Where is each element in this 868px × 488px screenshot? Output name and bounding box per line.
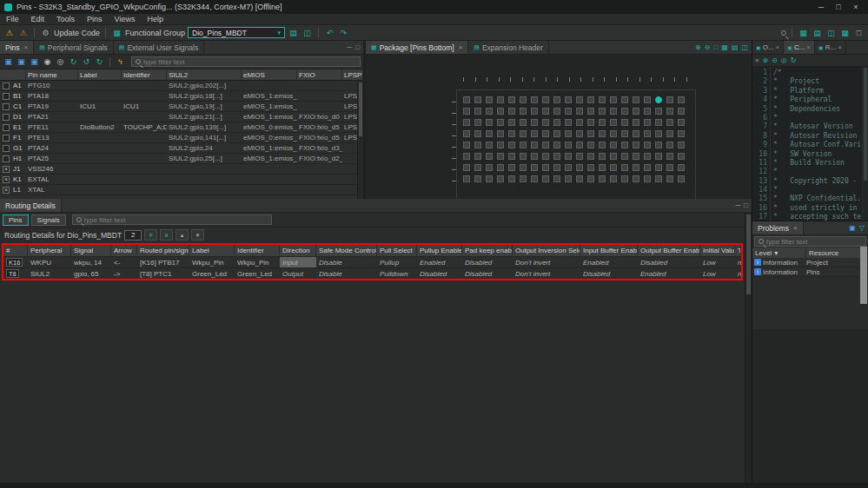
package-pin[interactable] xyxy=(587,153,594,160)
package-pin[interactable] xyxy=(542,164,549,171)
copy-group-icon[interactable]: ▤ xyxy=(288,29,299,37)
zoom-out-icon[interactable]: ⊖ xyxy=(772,56,778,64)
package-pin[interactable] xyxy=(587,119,594,126)
menu-item-file[interactable]: File xyxy=(0,15,25,23)
package-pin[interactable] xyxy=(666,164,673,171)
package-pin[interactable] xyxy=(497,119,504,126)
package-pin[interactable] xyxy=(666,130,673,137)
maximize-panel-icon[interactable]: □ xyxy=(744,201,748,209)
pin-checkbox[interactable]: × xyxy=(3,187,10,194)
maximize-button[interactable]: □ xyxy=(831,3,846,11)
routing-scrollbar[interactable] xyxy=(745,213,752,483)
package-pin[interactable] xyxy=(666,108,673,115)
package-pin[interactable] xyxy=(644,96,651,103)
package-pin[interactable] xyxy=(587,164,594,171)
close-button[interactable]: × xyxy=(848,3,864,11)
package-pin[interactable] xyxy=(508,96,515,103)
toggle-grid-icon[interactable]: ◫ xyxy=(741,43,748,51)
scrollbar-thumb[interactable] xyxy=(746,214,751,294)
package-pin[interactable] xyxy=(474,153,481,160)
package-pin[interactable] xyxy=(565,119,572,126)
routing-cell-pull-select[interactable]: Pullup xyxy=(377,257,417,267)
tab-problems[interactable]: Problems × xyxy=(752,221,804,234)
package-pin[interactable] xyxy=(633,153,639,160)
package-pin[interactable] xyxy=(497,130,504,137)
tab-external-user-signals[interactable]: ▤ External User Signals xyxy=(114,41,204,54)
package-pin[interactable] xyxy=(531,142,538,148)
package-pin[interactable] xyxy=(587,142,594,148)
pin-icon[interactable]: ◉ xyxy=(42,57,53,66)
pin-row[interactable]: B1PTA18SIUL2:gpio,18[...]eMIOS_1:emios_.… xyxy=(0,91,363,102)
package-pin[interactable] xyxy=(474,142,481,148)
pin-checkbox[interactable]: × xyxy=(3,176,10,183)
package-pin[interactable] xyxy=(520,175,527,182)
package-pin[interactable] xyxy=(542,96,549,103)
package-pin[interactable] xyxy=(610,142,617,148)
package-pin[interactable] xyxy=(633,175,639,182)
scrollbar-thumb[interactable] xyxy=(864,68,867,181)
collapse-button[interactable]: ▴ xyxy=(176,229,189,241)
package-pin[interactable] xyxy=(486,164,493,171)
package-pin[interactable] xyxy=(644,164,651,171)
close-tab-icon[interactable]: × xyxy=(806,43,811,51)
package-pin[interactable] xyxy=(553,130,560,137)
package-pin[interactable] xyxy=(497,164,504,171)
package-pin[interactable] xyxy=(474,119,481,126)
warning-icon[interactable]: ⚠ xyxy=(3,29,15,37)
package-pin[interactable] xyxy=(463,108,470,115)
package-pin[interactable] xyxy=(655,175,662,182)
package-pin[interactable] xyxy=(565,142,572,148)
pin-checkbox[interactable] xyxy=(3,114,10,121)
package-pin[interactable] xyxy=(474,164,481,171)
package-pin[interactable] xyxy=(542,130,549,137)
package-pin[interactable] xyxy=(497,153,504,160)
update-code-button[interactable]: Update Code xyxy=(54,29,100,37)
package-pin[interactable] xyxy=(599,119,606,126)
package-view-icon[interactable]: ◫ xyxy=(825,29,837,37)
package-pin[interactable] xyxy=(610,119,617,126)
search-icon[interactable] xyxy=(781,30,786,36)
package-pin[interactable] xyxy=(486,153,493,160)
package-pin[interactable] xyxy=(474,175,481,182)
close-tab-icon[interactable]: × xyxy=(838,43,842,51)
package-pin[interactable] xyxy=(565,108,572,115)
package-pin[interactable] xyxy=(587,96,594,103)
package-pin[interactable] xyxy=(576,119,583,126)
package-pin[interactable] xyxy=(633,142,639,148)
package-pin[interactable] xyxy=(621,108,628,115)
routing-cell-pad-keep-enable[interactable]: Disabled xyxy=(462,257,513,267)
package-pin[interactable] xyxy=(553,153,560,160)
show-all-pins-icon[interactable]: ▣ xyxy=(3,57,14,66)
package-pin[interactable] xyxy=(497,175,504,182)
package-pin[interactable] xyxy=(666,175,673,182)
routing-cell-safe-mode-control[interactable]: Disable xyxy=(316,268,377,279)
package-pin[interactable] xyxy=(520,142,527,148)
zoom-out-icon[interactable]: ⊖ xyxy=(705,43,711,51)
pin-checkbox[interactable]: × xyxy=(3,166,10,173)
minimize-button[interactable]: ─ xyxy=(813,3,829,11)
more-tabs-icon[interactable]: » xyxy=(755,56,759,64)
package-pin[interactable] xyxy=(553,142,560,148)
tab-package-pins-bottom[interactable]: ▦ Package [Pins Bottom] × xyxy=(366,41,468,54)
routing-signals-tab[interactable]: Signals xyxy=(31,214,66,226)
problems-col-resource[interactable]: Resource xyxy=(806,247,868,258)
package-pin[interactable] xyxy=(520,108,527,115)
tab-pins[interactable]: Pins × xyxy=(0,41,34,54)
package-pin[interactable] xyxy=(553,164,560,171)
package-pin[interactable] xyxy=(553,96,560,103)
menu-item-views[interactable]: Views xyxy=(109,15,142,23)
routing-cell-pullup-enable[interactable]: Disabled xyxy=(417,268,462,279)
package-pin[interactable] xyxy=(678,119,685,126)
package-pin[interactable] xyxy=(610,130,617,137)
sync-editor-icon[interactable]: ↻ xyxy=(791,56,797,64)
package-pin[interactable] xyxy=(542,142,549,148)
alert-icon[interactable]: ⚠ xyxy=(17,29,29,37)
package-pin[interactable] xyxy=(655,108,662,115)
package-pin[interactable] xyxy=(678,96,685,103)
routing-pins-tab[interactable]: Pins xyxy=(3,214,29,226)
package-pin[interactable] xyxy=(599,164,606,171)
package-pin[interactable] xyxy=(644,108,651,115)
package-pin[interactable] xyxy=(655,96,662,103)
routing-cell-initial-value[interactable]: Low xyxy=(700,268,735,279)
problems-filter-input[interactable] xyxy=(766,238,862,246)
